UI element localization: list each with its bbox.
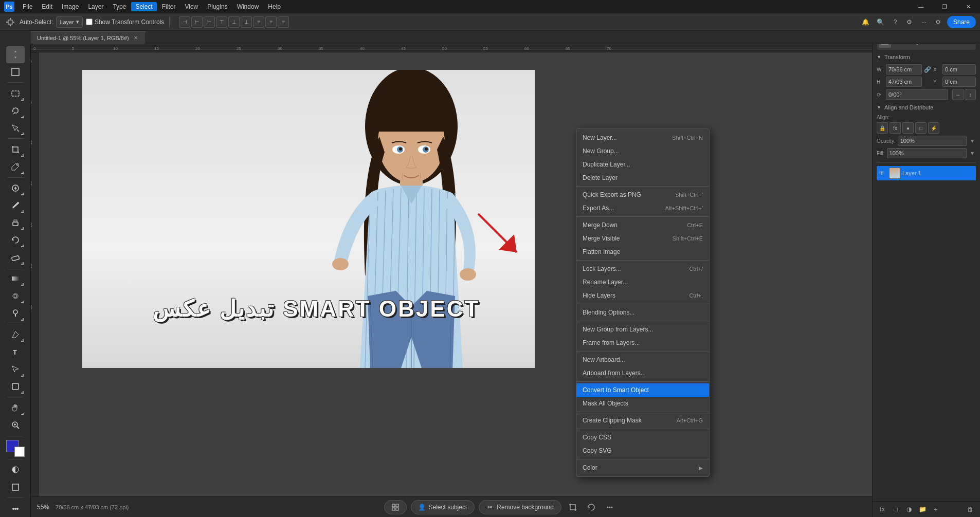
flip-h-btn[interactable]: ↔ <box>952 89 964 100</box>
magic-wand-tool-btn[interactable] <box>6 120 25 137</box>
fill-dropdown-arrow[interactable]: ▾ <box>969 150 976 157</box>
ctx-lock-layers[interactable]: Lock Layers... Ctrl+/ <box>576 262 709 275</box>
dodge-tool-btn[interactable] <box>6 305 25 322</box>
link-wh-icon[interactable]: 🔗 <box>924 66 931 73</box>
ctx-blending-options[interactable]: Blending Options... <box>576 306 709 319</box>
auto-select-dropdown[interactable]: Layer ▾ <box>56 16 83 28</box>
menu-item-image[interactable]: Image <box>58 2 83 11</box>
add-bottom-icon[interactable]: ＋ <box>930 504 941 515</box>
background-color[interactable] <box>14 447 25 457</box>
menu-item-filter[interactable]: Filter <box>158 2 180 11</box>
panel-adj-icon[interactable]: ● <box>902 122 914 134</box>
panel-smart-icon[interactable]: ⚡ <box>928 122 939 134</box>
align-center-v-icon[interactable]: ⊥ <box>228 16 240 28</box>
menu-item-select[interactable]: Select <box>131 2 156 11</box>
eraser-tool-btn[interactable] <box>6 249 25 266</box>
ctx-new-group-from-layers[interactable]: New Group from Layers... <box>576 323 709 336</box>
brush-tool-btn[interactable] <box>6 197 25 214</box>
align-section-header[interactable]: ▼ Align and Distribute <box>877 104 976 110</box>
ctx-flatten-image[interactable]: Flatten Image <box>576 245 709 258</box>
y-input[interactable] <box>942 77 976 87</box>
panel-lock-icon[interactable]: 🔒 <box>877 122 888 134</box>
fill-input[interactable] <box>887 148 967 158</box>
pen-tool-btn[interactable] <box>6 326 25 343</box>
move-tool-btn[interactable] <box>6 46 25 63</box>
ctx-rename-layer[interactable]: Rename Layer... <box>576 275 709 289</box>
ctx-mask-all-objects[interactable]: Mask All Objects <box>576 397 709 410</box>
ctx-quick-export[interactable]: Quick Export as PNG Shift+Ctrl+' <box>576 188 709 201</box>
crop-tool-btn[interactable] <box>6 141 25 158</box>
history-brush-btn[interactable] <box>6 231 25 248</box>
menu-item-view[interactable]: View <box>180 2 202 11</box>
path-selection-btn[interactable] <box>6 361 25 378</box>
align-top-icon[interactable]: ⊤ <box>216 16 227 28</box>
folder-bottom-icon[interactable]: 📁 <box>917 504 928 515</box>
ctx-merge-visible[interactable]: Merge Visible Shift+Ctrl+E <box>576 232 709 245</box>
angle-input[interactable] <box>886 89 948 100</box>
distribute-h-icon[interactable]: ≡ <box>253 16 264 28</box>
notification-icon[interactable]: 🔔 <box>860 16 872 28</box>
grid-icon-btn[interactable] <box>384 500 407 514</box>
distribute-extra-icon[interactable]: ≡ <box>278 16 289 28</box>
ctx-hide-layers[interactable]: Hide Layers Ctrl+, <box>576 289 709 302</box>
panel-fx-icon[interactable]: fx <box>890 122 901 134</box>
hand-tool-btn[interactable] <box>6 399 25 416</box>
panel-mask-icon[interactable]: □ <box>915 122 927 134</box>
ctx-create-clipping-mask[interactable]: Create Clipping Mask Alt+Ctrl+G <box>576 414 709 427</box>
zoom-tool-btn[interactable] <box>6 417 25 434</box>
ctx-merge-down[interactable]: Merge Down Ctrl+E <box>576 218 709 232</box>
ctx-frame-from-layers[interactable]: Frame from Layers... <box>576 336 709 349</box>
opacity-input[interactable] <box>898 136 967 146</box>
ctx-delete-layer[interactable]: Delete Layer <box>576 171 709 184</box>
blur-tool-btn[interactable] <box>6 287 25 304</box>
ctx-new-group[interactable]: New Group... <box>576 144 709 158</box>
transform-section-header[interactable]: ▼ Transform <box>877 54 976 60</box>
menu-item-layer[interactable]: Layer <box>84 2 107 11</box>
width-input[interactable] <box>886 64 922 75</box>
ctx-export-as[interactable]: Export As... Alt+Shift+Ctrl+' <box>576 201 709 215</box>
plugins-icon[interactable]: ⚙ <box>904 16 915 28</box>
ctx-color[interactable]: Color ▶ <box>576 461 709 474</box>
tab-close-icon[interactable]: ✕ <box>132 34 139 42</box>
more-status-icon[interactable] <box>603 500 617 514</box>
eye-icon-1[interactable]: 👁 <box>879 170 887 177</box>
mask-bottom-icon[interactable]: □ <box>890 504 901 515</box>
x-input[interactable] <box>942 64 976 75</box>
menu-item-edit[interactable]: Edit <box>38 2 57 11</box>
minimize-button[interactable]: — <box>909 0 933 13</box>
lasso-tool-btn[interactable] <box>6 102 25 119</box>
layer-item-1[interactable]: 👁 Layer 1 <box>877 166 976 180</box>
opacity-dropdown-arrow[interactable]: ▾ <box>969 137 976 144</box>
remove-background-btn[interactable]: ✂ Remove background <box>479 500 561 514</box>
align-bottom-icon[interactable]: ⊥ <box>241 16 252 28</box>
rotate-status-icon[interactable] <box>584 500 598 514</box>
gradient-tool-btn[interactable] <box>6 270 25 287</box>
select-subject-btn[interactable]: 👤 Select subject <box>411 500 475 514</box>
fx-bottom-icon[interactable]: fx <box>877 504 888 515</box>
screen-mode-btn[interactable] <box>6 479 25 496</box>
menu-item-help[interactable]: Help <box>264 2 285 11</box>
distribute-v-icon[interactable]: ≡ <box>265 16 277 28</box>
align-right-icon[interactable]: ⊢ <box>204 16 215 28</box>
show-transform-checkbox[interactable] <box>86 19 93 25</box>
menu-item-window[interactable]: Window <box>233 2 263 11</box>
ctx-copy-svg[interactable]: Copy SVG <box>576 444 709 457</box>
adj-bottom-icon[interactable]: ◑ <box>903 504 915 515</box>
ellipsis-icon[interactable]: ··· <box>918 16 930 28</box>
stamp-tool-btn[interactable] <box>6 214 25 231</box>
ctx-convert-smart-object[interactable]: Convert to Smart Object <box>576 383 709 397</box>
ctx-copy-css[interactable]: Copy CSS <box>576 431 709 444</box>
text-tool-btn[interactable]: T <box>6 343 25 360</box>
share-button[interactable]: Share <box>947 16 976 28</box>
ctx-new-artboard[interactable]: New Artboard... <box>576 353 709 366</box>
shape-tool-btn[interactable] <box>6 378 25 395</box>
crop-status-icon[interactable] <box>566 500 580 514</box>
align-center-h-icon[interactable]: ⊢ <box>191 16 203 28</box>
search-icon-top[interactable]: 🔍 <box>875 16 886 28</box>
maximize-button[interactable]: ❐ <box>933 0 956 13</box>
healing-brush-btn[interactable] <box>6 179 25 196</box>
ctx-duplicate-layer[interactable]: Duplicate Layer... <box>576 158 709 171</box>
canvas-area[interactable]: تبدیل عکس SMART OBJECT <box>31 44 872 496</box>
document-tab[interactable]: Untitled-1 @ 55% (Layer 1, RGB/8#) ✕ <box>31 31 146 44</box>
eyedropper-tool-btn[interactable] <box>6 158 25 175</box>
